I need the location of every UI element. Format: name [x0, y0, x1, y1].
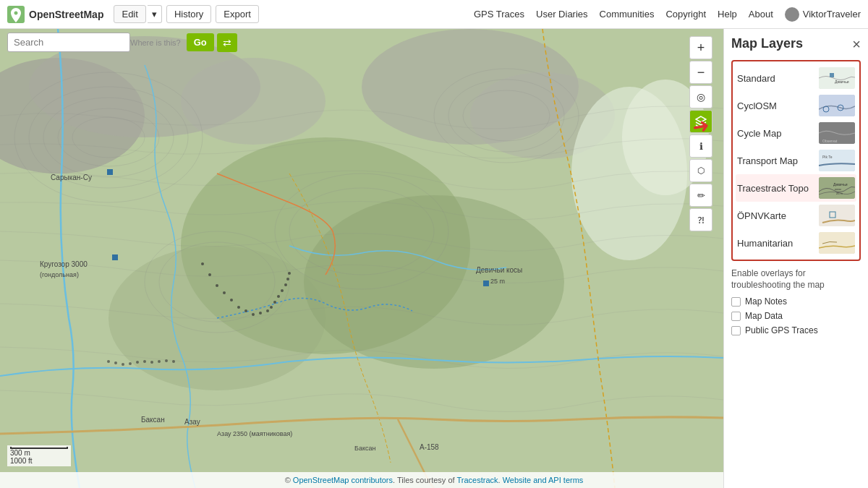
zoom-out-button[interactable]: −: [689, 61, 712, 84]
layer-name-tracestrack: Tracestrack Topo: [737, 183, 816, 194]
help-link[interactable]: Help: [718, 9, 737, 20]
svg-point-34: [252, 313, 255, 316]
svg-point-37: [270, 306, 273, 309]
svg-point-40: [281, 289, 284, 292]
svg-point-47: [129, 362, 132, 365]
overlay-item-map-data[interactable]: Map Data: [731, 311, 861, 321]
overlays-section: Enable overlays for troubleshooting the …: [731, 268, 861, 335]
svg-text:Observat: Observat: [822, 139, 838, 143]
svg-text:Девичьи: Девичьи: [833, 182, 848, 187]
edit-dropdown-button[interactable]: ▾: [148, 5, 162, 23]
layers-close-button[interactable]: ×: [852, 37, 861, 51]
svg-point-38: [273, 301, 276, 304]
user-avatar-icon: [785, 7, 799, 22]
notes-map-button[interactable]: ✏: [689, 184, 712, 207]
overlays-title: Enable overlays for troubleshooting the …: [731, 268, 861, 291]
username-label: ViktorTraveler: [803, 9, 861, 20]
layers-group: Standard Девичьи CyclOSM: [731, 60, 861, 261]
scale: 300 m 1000 ft: [7, 445, 71, 466]
svg-text:Pik Te: Pik Te: [822, 155, 833, 159]
layer-name-standard: Standard: [737, 73, 816, 84]
layer-thumb-cyclosm: [819, 95, 855, 116]
nav-left: Edit ▾ History Export: [114, 5, 258, 23]
svg-point-53: [172, 360, 175, 363]
layer-item-humanitarian[interactable]: Humanitarian: [736, 229, 856, 257]
layer-item-tracestrack[interactable]: Tracestrack Topo Девичьи косы 25 m: [736, 174, 856, 202]
svg-text:Девичьи: Девичьи: [835, 80, 849, 84]
overlay-item-map-notes[interactable]: Map Notes: [731, 296, 861, 307]
query-button[interactable]: ⁈: [689, 208, 712, 231]
svg-point-44: [107, 360, 110, 363]
locate-button[interactable]: ◎: [689, 85, 712, 108]
copyright-link[interactable]: Copyright: [665, 9, 706, 20]
search-bar: Where is this? Go ⇄: [7, 33, 237, 52]
public-gps-label: Public GPS Traces: [745, 325, 818, 335]
public-gps-checkbox[interactable]: [731, 326, 741, 335]
svg-point-31: [230, 299, 233, 301]
svg-point-32: [237, 306, 240, 309]
map-notes-checkbox[interactable]: [731, 297, 741, 307]
history-button[interactable]: History: [166, 5, 211, 23]
scale-feet: 1000 ft: [10, 457, 68, 465]
export-button[interactable]: Export: [216, 5, 259, 23]
share-button[interactable]: ⬡: [689, 159, 712, 182]
search-input[interactable]: [7, 33, 130, 52]
svg-rect-62: [819, 150, 855, 171]
svg-point-46: [122, 363, 124, 366]
user-info[interactable]: ViktorTraveler: [785, 7, 861, 22]
layer-item-transport[interactable]: Transport Map Pik Te: [736, 147, 856, 174]
layer-name-opnv: ÖPNVKarte: [737, 210, 816, 221]
logo-text: OpenStreetMap: [29, 9, 103, 20]
layer-thumb-cyclemap: Observat: [819, 122, 855, 144]
layer-name-cyclosm: CyclOSM: [737, 100, 816, 111]
svg-point-36: [266, 309, 269, 312]
communities-link[interactable]: Communities: [600, 9, 655, 20]
layer-name-humanitarian: Humanitarian: [737, 238, 816, 249]
layer-thumb-standard: Девичьи: [819, 67, 855, 89]
svg-point-49: [143, 360, 146, 363]
map-data-label: Map Data: [745, 311, 783, 321]
scale-bar: 300 m 1000 ft: [10, 447, 68, 465]
about-link[interactable]: About: [749, 9, 773, 20]
layers-header: Map Layers ×: [731, 36, 861, 51]
svg-point-4: [181, 58, 326, 145]
header: OpenStreetMap Edit ▾ History Export GPS …: [0, 0, 868, 29]
layer-item-cyclosm[interactable]: CyclOSM: [736, 92, 856, 119]
search-directions-button[interactable]: ⇄: [217, 33, 237, 52]
svg-point-28: [208, 273, 211, 276]
gps-traces-link[interactable]: GPS Traces: [474, 9, 524, 20]
svg-rect-24: [107, 169, 113, 175]
layer-thumb-tracestrack: Девичьи косы 25 m: [819, 177, 855, 199]
svg-point-42: [286, 278, 289, 281]
layer-thumb-opnv: [819, 205, 855, 226]
svg-point-50: [150, 361, 153, 364]
svg-rect-25: [112, 254, 118, 260]
layer-item-cyclemap[interactable]: Cycle Map Observat: [736, 119, 856, 147]
osm-logo-icon: [7, 6, 25, 23]
tracestrack-link[interactable]: Tracestrack: [456, 476, 498, 484]
overlay-item-public-gps[interactable]: Public GPS Traces: [731, 325, 861, 335]
svg-rect-26: [483, 281, 489, 286]
svg-point-52: [165, 359, 168, 362]
osm-link[interactable]: OpenStreetMap contributors: [293, 476, 393, 484]
layers-panel: Map Layers × Standard Девичьи CyclOSM: [723, 29, 868, 488]
svg-point-29: [216, 284, 218, 287]
layer-item-standard[interactable]: Standard Девичьи: [736, 64, 856, 92]
svg-point-41: [284, 283, 287, 286]
terms-link[interactable]: Website and API terms: [503, 476, 584, 484]
map-data-checkbox[interactable]: [731, 312, 741, 321]
layer-thumb-humanitarian: [819, 232, 855, 254]
svg-rect-68: [819, 205, 855, 226]
logo: OpenStreetMap: [0, 6, 111, 23]
svg-rect-55: [830, 73, 834, 77]
layer-name-cyclemap: Cycle Map: [737, 128, 816, 139]
user-diaries-link[interactable]: User Diaries: [536, 9, 588, 20]
svg-point-45: [114, 361, 117, 364]
layer-name-transport: Transport Map: [737, 155, 816, 166]
zoom-in-button[interactable]: +: [689, 36, 712, 59]
nav-right: GPS Traces User Diaries Communities Copy…: [474, 7, 868, 22]
svg-point-30: [223, 291, 226, 294]
layer-item-opnv[interactable]: ÖPNVKarte: [736, 202, 856, 229]
edit-button[interactable]: Edit: [114, 5, 145, 23]
search-go-button[interactable]: Go: [187, 33, 214, 51]
